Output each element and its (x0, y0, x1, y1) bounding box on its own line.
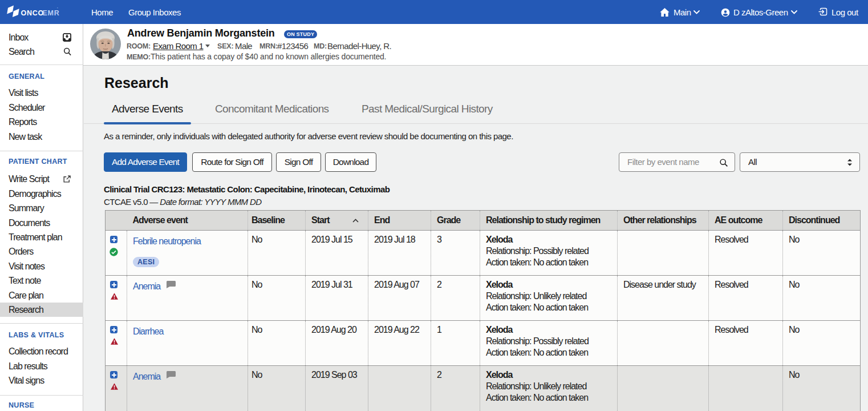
svg-text:ONCO: ONCO (21, 9, 44, 17)
